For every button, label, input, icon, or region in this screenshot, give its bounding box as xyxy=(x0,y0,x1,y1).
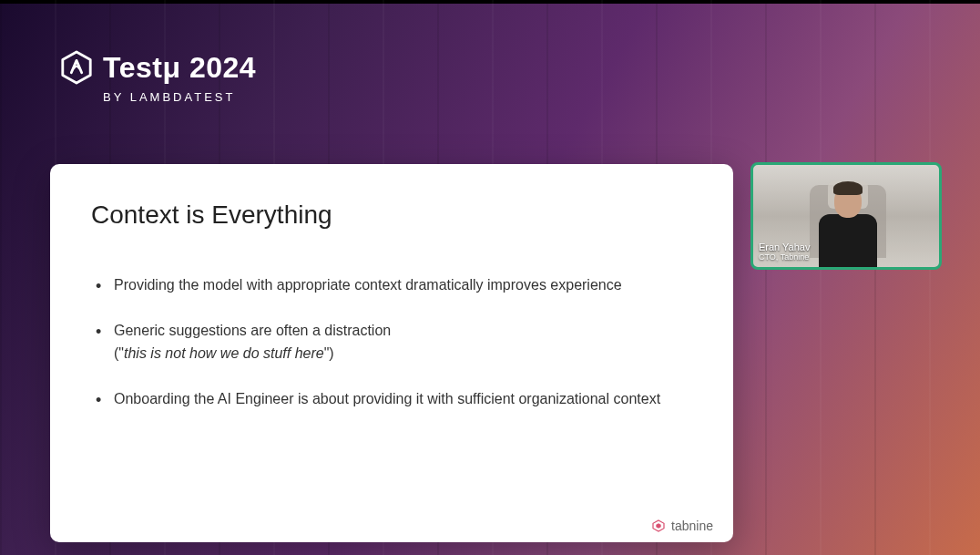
bullet-note: ("this is not how we do stuff here") xyxy=(114,344,692,364)
svg-marker-0 xyxy=(63,52,90,83)
bullet-text: Generic suggestions are often a distract… xyxy=(114,323,391,338)
speaker-name: Eran Yahav xyxy=(759,242,810,252)
brand-name: tabnine xyxy=(671,519,713,533)
lambdatest-hex-icon xyxy=(59,50,94,85)
speaker-webcam: Eran Yahav CTO, Tabnine xyxy=(750,162,942,270)
bullet-item: Generic suggestions are often a distract… xyxy=(114,321,692,364)
bullet-text: Providing the model with appropriate con… xyxy=(114,277,622,293)
presentation-slide: Context is Everything Providing the mode… xyxy=(50,164,733,542)
tabnine-icon xyxy=(651,519,666,533)
speaker-label: Eran Yahav CTO, Tabnine xyxy=(759,242,810,262)
bullet-item: Onboarding the AI Engineer is about prov… xyxy=(114,389,692,409)
speaker-title: CTO, Tabnine xyxy=(759,252,810,262)
slide-footer-brand: tabnine xyxy=(651,519,713,533)
slide-title: Context is Everything xyxy=(91,200,692,230)
event-subtitle: BY LAMBDATEST xyxy=(103,90,256,104)
event-logo: Testμ 2024 BY LAMBDATEST xyxy=(59,50,256,104)
event-title: Testμ 2024 xyxy=(103,51,256,85)
bullet-item: Providing the model with appropriate con… xyxy=(114,275,692,295)
bullet-text: Onboarding the AI Engineer is about prov… xyxy=(114,391,660,406)
slide-bullets: Providing the model with appropriate con… xyxy=(91,275,692,410)
svg-marker-2 xyxy=(656,523,660,528)
